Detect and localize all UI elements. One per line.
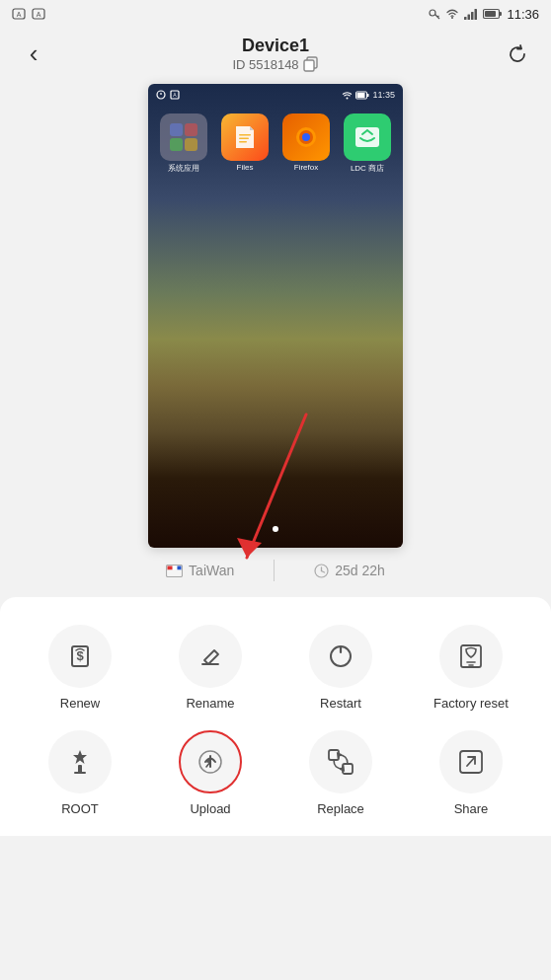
restart-icon: [326, 641, 355, 671]
app-icon-firefox: Firefox: [282, 113, 330, 174]
svg-text:A: A: [37, 11, 41, 18]
files-icon-svg: [230, 122, 260, 152]
copy-icon[interactable]: [303, 56, 319, 72]
svg-rect-29: [239, 134, 251, 136]
page-title: Device1: [51, 36, 500, 56]
renew-label: Renew: [60, 696, 100, 711]
root-icon: [65, 747, 95, 777]
svg-rect-14: [485, 11, 496, 17]
share-icon: [456, 747, 486, 777]
app-files-label: Files: [221, 163, 269, 172]
device-screen-container: A 11:35 系统应用: [0, 84, 551, 548]
rename-label: Rename: [186, 696, 234, 711]
svg-rect-26: [185, 123, 197, 136]
status-icon-2: A: [32, 7, 45, 21]
svg-point-34: [302, 133, 310, 141]
signal-icon: [463, 7, 479, 21]
svg-rect-27: [170, 138, 183, 151]
svg-line-6: [437, 16, 439, 17]
rename-icon: [197, 642, 224, 670]
upload-button[interactable]: Upload: [150, 730, 271, 816]
actions-grid: $ Renew Rename Re: [20, 625, 531, 816]
renew-button[interactable]: $ Renew: [20, 625, 140, 711]
replace-button[interactable]: Replace: [280, 730, 401, 816]
screen-dot: [273, 526, 278, 532]
app-icons-row: 系统应用 Files: [160, 113, 391, 174]
root-icon-circle: [48, 730, 112, 793]
screen-wifi-icon: [342, 91, 353, 100]
app-icon-folder: 系统应用: [160, 113, 207, 174]
renew-icon: $: [64, 641, 96, 672]
rename-button[interactable]: Rename: [150, 625, 271, 711]
svg-rect-10: [471, 12, 474, 20]
screen-time: 11:35: [372, 90, 395, 100]
factory-reset-icon-circle: [439, 625, 503, 688]
status-icon-1: A: [12, 7, 26, 21]
refresh-button[interactable]: [500, 37, 535, 72]
svg-line-60: [467, 757, 475, 766]
svg-rect-30: [239, 138, 249, 140]
svg-text:A: A: [17, 11, 22, 18]
svg-rect-39: [178, 565, 182, 569]
factory-reset-label: Factory reset: [433, 696, 509, 711]
back-button[interactable]: ‹: [16, 37, 51, 72]
app-folder-label: 系统应用: [160, 163, 207, 174]
wifi-icon: [445, 7, 459, 21]
status-time: 11:36: [507, 7, 539, 22]
restart-icon-circle: [309, 625, 372, 688]
factory-reset-button[interactable]: Factory reset: [411, 625, 531, 711]
svg-line-43: [322, 570, 325, 572]
uptime-item: 25d 22h: [314, 563, 385, 578]
app-ldc-label: LDC 商店: [344, 163, 391, 174]
svg-rect-37: [168, 565, 173, 569]
header: ‹ Device1 ID 5518148: [0, 28, 551, 80]
clock-icon: [314, 564, 329, 578]
status-bar-left: A A: [12, 7, 45, 21]
svg-rect-38: [173, 565, 177, 569]
restart-label: Restart: [320, 696, 361, 711]
svg-rect-25: [170, 123, 183, 136]
location-text: TaiWan: [189, 563, 234, 578]
svg-point-4: [430, 10, 435, 16]
location-item: TaiWan: [166, 563, 234, 578]
app-icon-ldc: LDC 商店: [344, 113, 391, 174]
screen-status-right: 11:35: [342, 90, 395, 100]
app-firefox-label: Firefox: [282, 163, 330, 172]
screen-a-icon: A: [170, 90, 180, 100]
app-icon-files: Files: [221, 113, 269, 174]
svg-rect-9: [468, 15, 471, 21]
refresh-icon: [507, 43, 528, 65]
status-bar: A A 11:36: [0, 0, 551, 28]
screen-status-left: A: [156, 90, 180, 100]
share-icon-circle: [439, 730, 503, 793]
share-button[interactable]: Share: [411, 730, 531, 816]
svg-rect-16: [304, 60, 314, 71]
svg-rect-31: [239, 141, 247, 143]
replace-label: Replace: [317, 801, 364, 816]
device-id: ID 5518148: [51, 56, 500, 72]
upload-label: Upload: [190, 801, 230, 816]
restart-button[interactable]: Restart: [280, 625, 401, 711]
svg-rect-28: [185, 138, 197, 151]
upload-icon-circle: [179, 730, 242, 793]
svg-rect-11: [475, 9, 478, 20]
screen-status-bar: A 11:35: [148, 84, 403, 106]
divider: [274, 560, 275, 581]
upload-icon: [194, 745, 227, 779]
screen-circle-icon: [156, 90, 166, 100]
svg-rect-8: [464, 17, 467, 20]
svg-text:A: A: [173, 92, 177, 98]
actions-section: $ Renew Rename Re: [0, 597, 551, 836]
key-icon: [428, 7, 441, 21]
status-bar-right: 11:36: [428, 7, 539, 22]
firefox-icon-svg: [291, 122, 321, 152]
root-button[interactable]: ROOT: [20, 730, 140, 816]
svg-rect-23: [367, 94, 369, 97]
svg-rect-40: [168, 569, 182, 575]
battery-icon: [483, 8, 503, 20]
screen-battery-icon: [355, 91, 369, 100]
root-label: ROOT: [61, 801, 99, 816]
svg-point-21: [347, 97, 349, 99]
device-screen[interactable]: A 11:35 系统应用: [148, 84, 403, 548]
svg-rect-13: [500, 12, 503, 16]
